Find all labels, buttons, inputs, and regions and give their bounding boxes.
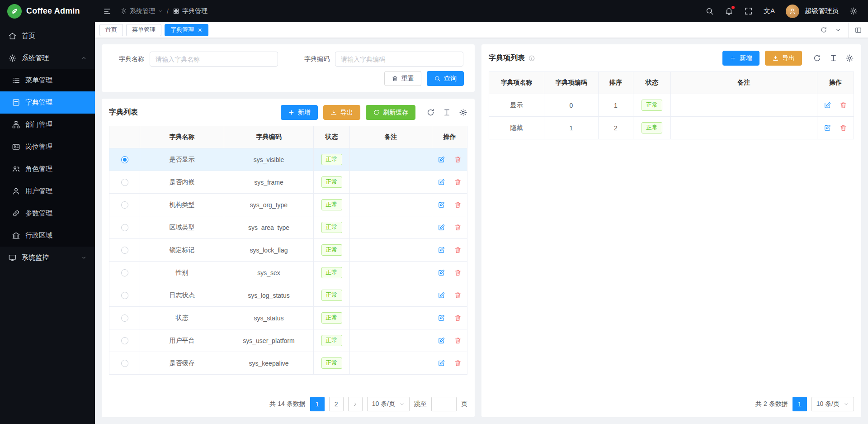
search-icon[interactable] xyxy=(705,7,714,15)
dict-table-row[interactable]: 性别 sys_sex 正常 xyxy=(109,262,467,284)
sidebar-item-param-mgmt[interactable]: 参数管理 xyxy=(0,202,95,224)
row-radio[interactable] xyxy=(121,292,128,299)
dict-item-table-row[interactable]: 显示 0 1 正常 xyxy=(489,94,854,117)
dict-table-row[interactable]: 状态 sys_status 正常 xyxy=(109,307,467,329)
dict-code-input[interactable] xyxy=(335,52,463,67)
sidebar-item-system-mgmt[interactable]: 系统管理 xyxy=(0,47,95,69)
page-1-button[interactable]: 1 xyxy=(310,397,325,411)
dict-item-table-row[interactable]: 隐藏 1 2 正常 xyxy=(489,117,854,139)
table-settings-gear-icon[interactable] xyxy=(459,108,467,117)
tab-menu-mgmt[interactable]: 菜单管理 xyxy=(126,24,161,36)
export-item-button[interactable]: 导出 xyxy=(765,51,802,66)
export-button[interactable]: 导出 xyxy=(323,105,360,120)
edit-icon[interactable] xyxy=(438,269,445,276)
edit-icon[interactable] xyxy=(438,156,445,163)
delete-icon[interactable] xyxy=(454,156,462,163)
layout-panel-icon[interactable] xyxy=(848,22,868,38)
sidebar-item-home[interactable]: 首页 xyxy=(0,25,95,47)
collapse-sidebar-icon[interactable] xyxy=(103,7,111,15)
next-page-button[interactable] xyxy=(348,397,363,411)
dict-table-row[interactable]: 日志状态 sys_log_status 正常 xyxy=(109,284,467,307)
sidebar-item-role-mgmt[interactable]: 角色管理 xyxy=(0,158,95,180)
dict-table-row[interactable]: 用户平台 sys_user_platform 正常 xyxy=(109,329,467,352)
user-name[interactable]: 超级管理员 xyxy=(805,7,839,15)
dict-table-row[interactable]: 是否内嵌 sys_frame 正常 xyxy=(109,171,467,194)
sidebar-item-system-monitor[interactable]: 系统监控 xyxy=(0,247,95,269)
tab-dict-mgmt[interactable]: 字典管理 xyxy=(165,24,208,36)
row-radio[interactable] xyxy=(121,247,128,254)
row-radio[interactable] xyxy=(121,179,128,186)
dict-table-row[interactable]: 是否显示 sys_visible 正常 xyxy=(109,148,467,171)
delete-icon[interactable] xyxy=(454,201,462,209)
delete-icon[interactable] xyxy=(840,124,847,132)
delete-icon[interactable] xyxy=(454,269,462,276)
breadcrumb-system-mgmt[interactable]: 系统管理 xyxy=(120,7,163,15)
table-density-icon[interactable] xyxy=(443,108,451,117)
sidebar-item-label: 字典管理 xyxy=(25,98,52,107)
dict-table-row[interactable]: 区域类型 sys_area_type 正常 xyxy=(109,216,467,239)
sidebar-item-user-mgmt[interactable]: 用户管理 xyxy=(0,180,95,202)
add-button[interactable]: 新增 xyxy=(281,105,318,120)
edit-icon[interactable] xyxy=(438,314,445,322)
refresh-icon[interactable] xyxy=(820,26,827,33)
translate-icon[interactable]: 文A xyxy=(764,7,775,15)
logo[interactable]: Coffee Admin xyxy=(0,0,95,22)
breadcrumb-separator: / xyxy=(167,8,169,15)
dict-table-row[interactable]: 锁定标记 sys_lock_flag 正常 xyxy=(109,239,467,262)
row-radio[interactable] xyxy=(121,156,128,163)
jump-page-input[interactable] xyxy=(431,397,457,411)
edit-icon[interactable] xyxy=(438,178,445,186)
table-density-icon[interactable] xyxy=(829,54,838,62)
row-radio[interactable] xyxy=(121,360,128,367)
table-settings-gear-icon[interactable] xyxy=(845,54,854,62)
sidebar-item-region[interactable]: 行政区域 xyxy=(0,224,95,247)
edit-icon[interactable] xyxy=(438,337,445,344)
page-2-button[interactable]: 2 xyxy=(329,397,344,411)
edit-icon[interactable] xyxy=(438,359,445,367)
edit-icon[interactable] xyxy=(824,124,831,132)
sidebar-item-dept-mgmt[interactable]: 部门管理 xyxy=(0,114,95,136)
reset-button[interactable]: 重置 xyxy=(384,71,421,86)
refresh-table-icon[interactable] xyxy=(426,108,435,117)
delete-icon[interactable] xyxy=(454,337,462,344)
status-badge: 正常 xyxy=(321,154,342,165)
row-radio[interactable] xyxy=(121,314,128,322)
row-radio[interactable] xyxy=(121,224,128,231)
dict-table-row[interactable]: 是否缓存 sys_keepalive 正常 xyxy=(109,352,467,375)
fullscreen-icon[interactable] xyxy=(744,7,753,15)
notification-bell-icon[interactable] xyxy=(725,7,733,15)
delete-icon[interactable] xyxy=(454,359,462,367)
delete-icon[interactable] xyxy=(840,101,847,109)
tab-home[interactable]: 首页 xyxy=(99,24,123,36)
search-button[interactable]: 查询 xyxy=(427,71,464,86)
delete-icon[interactable] xyxy=(454,246,462,254)
chevron-down-icon[interactable] xyxy=(835,26,842,33)
delete-icon[interactable] xyxy=(454,178,462,186)
edit-icon[interactable] xyxy=(438,246,445,254)
edit-icon[interactable] xyxy=(438,224,445,231)
edit-icon[interactable] xyxy=(438,201,445,209)
page-size-select[interactable]: 10 条/页 xyxy=(811,397,854,411)
sidebar-item-menu-mgmt[interactable]: 菜单管理 xyxy=(0,69,95,91)
add-item-button[interactable]: 新增 xyxy=(722,51,760,66)
page-1-button[interactable]: 1 xyxy=(793,397,807,411)
settings-gear-icon[interactable] xyxy=(849,7,858,15)
delete-icon[interactable] xyxy=(454,291,462,299)
close-icon[interactable] xyxy=(198,28,203,33)
dict-table-row[interactable]: 机构类型 sys_org_type 正常 xyxy=(109,194,467,216)
info-icon[interactable] xyxy=(528,55,535,62)
sidebar-item-post-mgmt[interactable]: 岗位管理 xyxy=(0,136,95,158)
page-size-select[interactable]: 10 条/页 xyxy=(367,397,410,411)
row-radio[interactable] xyxy=(121,269,128,276)
avatar[interactable] xyxy=(786,5,799,18)
dict-name-input[interactable] xyxy=(150,52,278,67)
edit-icon[interactable] xyxy=(438,291,445,299)
row-radio[interactable] xyxy=(121,201,128,209)
sidebar-item-dict-mgmt[interactable]: 字典管理 xyxy=(0,91,95,114)
refresh-table-icon[interactable] xyxy=(813,54,821,62)
delete-icon[interactable] xyxy=(454,224,462,231)
row-radio[interactable] xyxy=(121,337,128,344)
edit-icon[interactable] xyxy=(824,101,831,109)
refresh-cache-button[interactable]: 刷新缓存 xyxy=(366,105,415,120)
delete-icon[interactable] xyxy=(454,314,462,322)
